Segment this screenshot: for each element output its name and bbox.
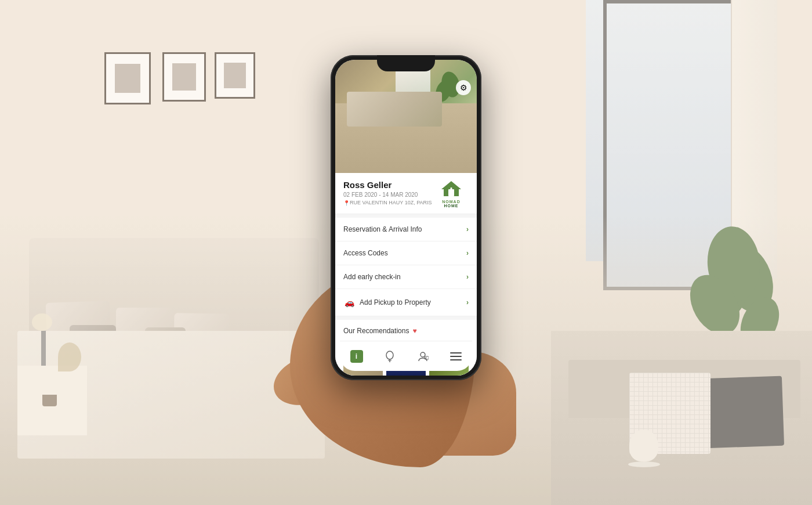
nav-item-contact[interactable]: [410, 345, 436, 368]
svg-point-7: [420, 352, 425, 357]
svg-point-4: [386, 351, 393, 359]
hamburger-menu-icon: [449, 350, 462, 363]
contact-svg: [417, 351, 429, 362]
menu-item-reservation-label: Reservation & Arrival Info: [343, 225, 422, 233]
contact-icon: [416, 350, 429, 363]
balloon-svg: [384, 351, 396, 362]
stay-dates: 02 FEB 2020 - 14 MAR 2020: [343, 192, 434, 198]
address-text: RUE VALENTIN HAUY 10Z, PARIS: [350, 200, 432, 205]
menu-item-access-label: Access Codes: [343, 249, 388, 257]
menu-item-pickup[interactable]: 🚗 Add Pickup to Property ›: [335, 289, 477, 316]
nav-item-info[interactable]: i: [344, 345, 369, 368]
svg-rect-3: [448, 189, 454, 191]
phone-screen: ⚙ Ross Geller 02 FEB 2020 - 14 MAR 2020 …: [335, 60, 477, 376]
menu-item-checkin-label: Add early check-in: [343, 273, 401, 281]
menu-list: Reservation & Arrival Info › Access Code…: [335, 218, 477, 316]
settings-icon[interactable]: ⚙: [456, 80, 471, 95]
logo-nomad-text: NOMAD: [434, 200, 469, 204]
hamburger-svg: [450, 352, 462, 361]
chevron-right-icon-reservation: ›: [466, 225, 469, 233]
menu-item-pickup-left: 🚗 Add Pickup to Property: [343, 297, 431, 308]
menu-item-early-checkin[interactable]: Add early check-in ›: [335, 265, 477, 289]
image-pillows: [347, 92, 442, 127]
menu-item-checkin-left: Add early check-in: [343, 273, 401, 281]
chevron-right-icon-access: ›: [466, 249, 469, 257]
menu-item-reservation[interactable]: Reservation & Arrival Info ›: [335, 218, 477, 241]
chevron-right-icon-pickup: ›: [466, 298, 469, 306]
property-hero-image: ⚙: [335, 60, 477, 173]
phone-notch: [377, 55, 435, 71]
guest-name: Ross Geller: [343, 180, 434, 190]
logo-house-icon: [440, 180, 462, 197]
car-icon: 🚗: [343, 297, 355, 308]
phone-device: ⚙ Ross Geller 02 FEB 2020 - 14 MAR 2020 …: [331, 55, 481, 380]
location-pin-icon: 📍: [343, 200, 348, 205]
menu-item-pickup-label: Add Pickup to Property: [360, 298, 431, 306]
address-row: 📍 RUE VALENTIN HAUY 10Z, PARIS: [343, 200, 434, 205]
profile-info: Ross Geller 02 FEB 2020 - 14 MAR 2020 📍 …: [343, 180, 434, 205]
info-icon: i: [350, 350, 363, 363]
balloon-icon: [383, 350, 396, 363]
menu-item-access-left: Access Codes: [343, 249, 388, 257]
heart-icon: ♥: [412, 327, 416, 335]
nav-item-explore[interactable]: [377, 345, 403, 368]
menu-item-reservation-left: Reservation & Arrival Info: [343, 225, 422, 233]
chevron-right-icon-checkin: ›: [466, 273, 469, 281]
nav-item-menu[interactable]: [443, 345, 469, 368]
hand-phone-composite: ⚙ Ross Geller 02 FEB 2020 - 14 MAR 2020 …: [307, 55, 505, 450]
recommendations-title: Our Recomendations: [343, 327, 409, 335]
nomad-home-logo: NOMAD HOME: [434, 180, 469, 208]
menu-item-access-codes[interactable]: Access Codes ›: [335, 241, 477, 265]
logo-home-text: HOME: [434, 204, 469, 208]
profile-section: Ross Geller 02 FEB 2020 - 14 MAR 2020 📍 …: [335, 173, 477, 214]
recommendations-header: Our Recomendations ♥: [343, 327, 469, 335]
bottom-nav: i: [340, 341, 472, 371]
